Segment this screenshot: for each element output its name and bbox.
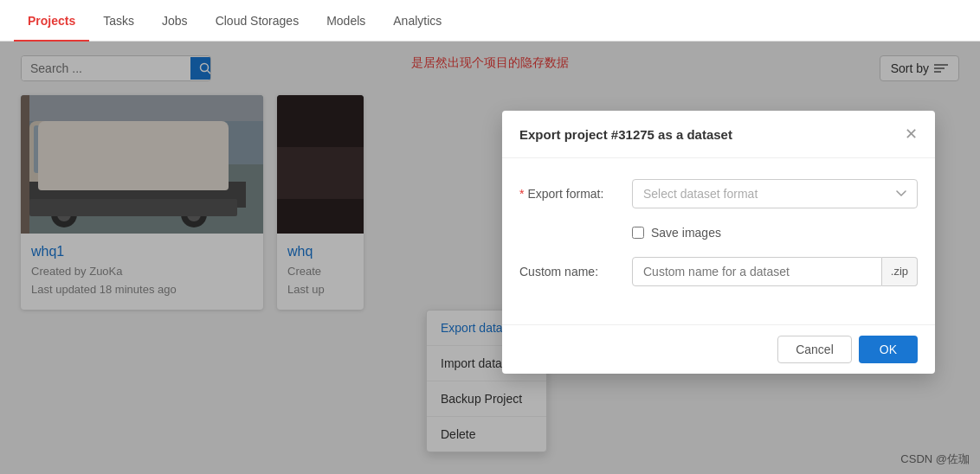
save-images-label: Save images: [651, 226, 721, 240]
custom-name-row: Custom name: .zip: [519, 257, 918, 286]
cancel-button[interactable]: Cancel: [777, 336, 852, 363]
modal-title: Export project #31275 as a dataset: [519, 127, 732, 142]
modal-header: Export project #31275 as a dataset ✕: [502, 111, 935, 158]
custom-name-input[interactable]: [632, 257, 882, 286]
export-format-label: * Export format:: [519, 187, 632, 201]
top-navigation: Projects Tasks Jobs Cloud Storages Model…: [0, 0, 980, 42]
export-format-row: * Export format: Select dataset format: [519, 179, 918, 208]
modal-footer: Cancel OK: [502, 324, 935, 374]
modal-body: * Export format: Select dataset format S…: [502, 158, 935, 324]
nav-item-projects[interactable]: Projects: [14, 0, 89, 42]
export-format-label-text: Export format:: [527, 187, 603, 201]
required-asterisk: *: [519, 187, 524, 201]
nav-item-tasks[interactable]: Tasks: [89, 0, 148, 42]
nav-item-models[interactable]: Models: [313, 0, 379, 42]
export-modal: Export project #31275 as a dataset ✕ * E…: [502, 111, 935, 374]
nav-item-cloud-storages[interactable]: Cloud Storages: [202, 0, 313, 42]
zip-badge: .zip: [882, 257, 918, 286]
ok-button[interactable]: OK: [859, 336, 918, 363]
nav-item-jobs[interactable]: Jobs: [148, 0, 202, 42]
save-images-row: Save images: [632, 226, 918, 240]
chevron-down-icon: [896, 190, 906, 197]
nav-item-analytics[interactable]: Analytics: [379, 0, 455, 42]
save-images-checkbox[interactable]: [632, 227, 644, 239]
export-format-select[interactable]: Select dataset format: [632, 179, 918, 208]
custom-name-label-text: Custom name:: [519, 265, 598, 279]
export-format-placeholder: Select dataset format: [643, 187, 758, 201]
main-content: 是居然出现个项目的隐存数据 Sort by: [0, 42, 980, 474]
modal-close-button[interactable]: ✕: [905, 125, 918, 144]
custom-name-label: Custom name:: [519, 265, 632, 279]
custom-name-input-wrap: .zip: [632, 257, 918, 286]
